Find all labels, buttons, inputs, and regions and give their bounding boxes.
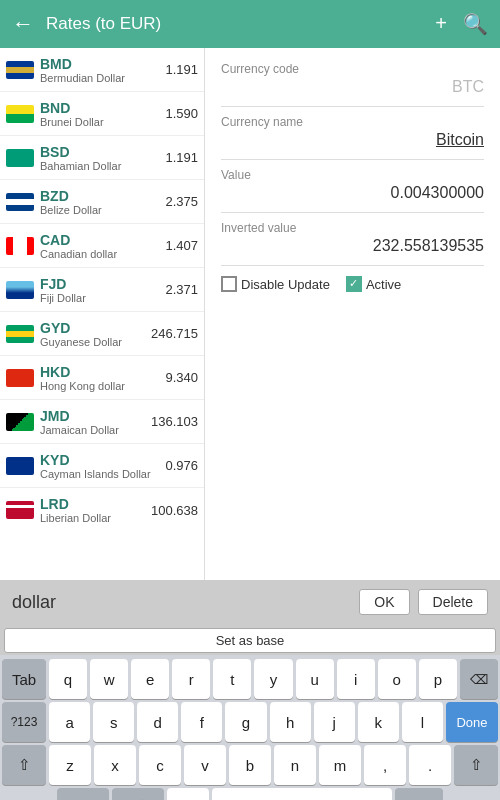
currency-name-value[interactable]: Bitcoin — [221, 131, 484, 149]
key-emoji[interactable]: :-) — [395, 788, 443, 800]
key-space[interactable]: English (US) — [212, 788, 392, 800]
checkboxes-row: Disable Update Active — [221, 276, 484, 292]
list-item[interactable]: HKD Hong Kong dollar 9.340 — [0, 356, 204, 400]
key-period[interactable]: . — [409, 745, 451, 785]
currency-name: Liberian Dollar — [40, 512, 151, 524]
currency-name: Hong Kong dollar — [40, 380, 165, 392]
currency-code: JMD — [40, 408, 151, 424]
currency-rate: 100.638 — [151, 503, 198, 518]
key-t[interactable]: t — [213, 659, 251, 699]
currency-name: Jamaican Dollar — [40, 424, 151, 436]
flag-icon — [6, 413, 34, 431]
currency-rate: 136.103 — [151, 414, 198, 429]
list-item[interactable]: JMD Jamaican Dollar 136.103 — [0, 400, 204, 444]
key-l[interactable]: l — [402, 702, 443, 742]
autocomplete-bar: dollar OK Delete — [0, 580, 500, 624]
currency-name: Cayman Islands Dollar — [40, 468, 165, 480]
key-u[interactable]: u — [296, 659, 334, 699]
key-x[interactable]: x — [94, 745, 136, 785]
value-value[interactable]: 0.004300000 — [221, 184, 484, 202]
active-label: Active — [366, 277, 401, 292]
delete-button[interactable]: Delete — [418, 589, 488, 615]
key-d[interactable]: d — [137, 702, 178, 742]
active-box[interactable] — [346, 276, 362, 292]
key-m[interactable]: m — [319, 745, 361, 785]
key-i[interactable]: i — [337, 659, 375, 699]
currency-name: Bermudian Dollar — [40, 72, 165, 84]
list-item[interactable]: BZD Belize Dollar 2.375 — [0, 180, 204, 224]
disable-update-label: Disable Update — [241, 277, 330, 292]
disable-update-checkbox[interactable]: Disable Update — [221, 276, 330, 292]
key-shift-left[interactable]: ⇧ — [2, 745, 46, 785]
currency-code: BND — [40, 100, 165, 116]
key-shift-right[interactable]: ⇧ — [454, 745, 498, 785]
key-z[interactable]: z — [49, 745, 91, 785]
keyboard-row-3: ⇧ z x c v b n m , . ⇧ — [2, 745, 498, 785]
currency-code: BSD — [40, 144, 165, 160]
list-item[interactable]: CAD Canadian dollar 1.407 — [0, 224, 204, 268]
currency-rate: 1.590 — [165, 106, 198, 121]
key-a[interactable]: a — [49, 702, 90, 742]
currency-code: CAD — [40, 232, 165, 248]
currency-name: Bahamian Dollar — [40, 160, 165, 172]
currency-rate: 246.715 — [151, 326, 198, 341]
list-item[interactable]: KYD Cayman Islands Dollar 0.976 — [0, 444, 204, 488]
list-item[interactable]: BND Brunei Dollar 1.590 — [0, 92, 204, 136]
inverted-value-value[interactable]: 232.558139535 — [221, 237, 484, 255]
key-backspace[interactable]: ⌫ — [460, 659, 498, 699]
currency-info: HKD Hong Kong dollar — [40, 364, 165, 392]
keyboard-row-4: ⊞ 🎤 / English (US) :-) — [2, 788, 498, 800]
inverted-value-label: Inverted value — [221, 221, 484, 235]
key-comma[interactable]: , — [364, 745, 406, 785]
key-b[interactable]: b — [229, 745, 271, 785]
search-icon[interactable]: 🔍 — [463, 12, 488, 36]
key-c[interactable]: c — [139, 745, 181, 785]
key-w[interactable]: w — [90, 659, 128, 699]
list-item[interactable]: BMD Bermudian Dollar 1.191 — [0, 48, 204, 92]
key-h[interactable]: h — [270, 702, 311, 742]
flag-icon — [6, 61, 34, 79]
list-item[interactable]: GYD Guyanese Dollar 246.715 — [0, 312, 204, 356]
list-item[interactable]: FJD Fiji Dollar 2.371 — [0, 268, 204, 312]
key-v[interactable]: v — [184, 745, 226, 785]
back-button[interactable]: ← — [12, 11, 34, 37]
key-slash[interactable]: / — [167, 788, 209, 800]
header: ← Rates (to EUR) + 🔍 — [0, 0, 500, 48]
key-p[interactable]: p — [419, 659, 457, 699]
currency-code: KYD — [40, 452, 165, 468]
set-as-base-button[interactable]: Set as base — [4, 628, 496, 653]
header-actions: + 🔍 — [435, 12, 488, 36]
currency-code-value[interactable]: BTC — [221, 78, 484, 96]
currency-rate: 2.371 — [165, 282, 198, 297]
list-item[interactable]: LRD Liberian Dollar 100.638 — [0, 488, 204, 532]
currency-rate: 9.340 — [165, 370, 198, 385]
key-layout[interactable]: ⊞ — [57, 788, 109, 800]
key-y[interactable]: y — [254, 659, 292, 699]
key-g[interactable]: g — [225, 702, 266, 742]
key-num[interactable]: ?123 — [2, 702, 46, 742]
currency-name: Fiji Dollar — [40, 292, 165, 304]
list-item[interactable]: BSD Bahamian Dollar 1.191 — [0, 136, 204, 180]
currency-code: BZD — [40, 188, 165, 204]
key-n[interactable]: n — [274, 745, 316, 785]
currency-name: Brunei Dollar — [40, 116, 165, 128]
key-r[interactable]: r — [172, 659, 210, 699]
ok-button[interactable]: OK — [359, 589, 409, 615]
key-q[interactable]: q — [49, 659, 87, 699]
key-mic[interactable]: 🎤 — [112, 788, 164, 800]
add-icon[interactable]: + — [435, 12, 447, 36]
key-s[interactable]: s — [93, 702, 134, 742]
key-e[interactable]: e — [131, 659, 169, 699]
key-done[interactable]: Done — [446, 702, 498, 742]
key-o[interactable]: o — [378, 659, 416, 699]
currency-rate: 1.191 — [165, 62, 198, 77]
currency-code: FJD — [40, 276, 165, 292]
active-checkbox[interactable]: Active — [346, 276, 401, 292]
key-j[interactable]: j — [314, 702, 355, 742]
disable-update-box[interactable] — [221, 276, 237, 292]
key-f[interactable]: f — [181, 702, 222, 742]
currency-info: BND Brunei Dollar — [40, 100, 165, 128]
value-label: Value — [221, 168, 484, 182]
key-tab[interactable]: Tab — [2, 659, 46, 699]
key-k[interactable]: k — [358, 702, 399, 742]
